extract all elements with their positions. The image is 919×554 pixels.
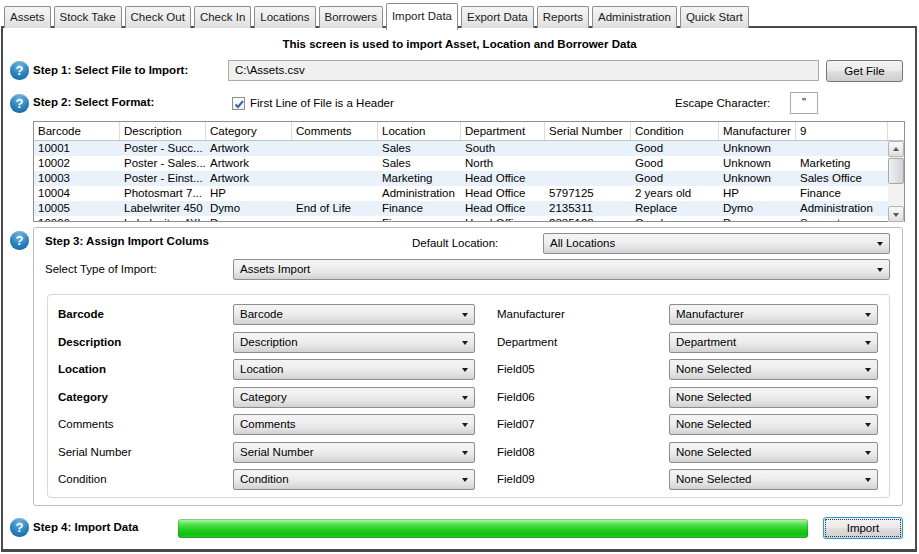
step3-help-icon[interactable]: ?: [10, 231, 29, 250]
grid-cell: HP: [206, 186, 292, 201]
step1-help-icon[interactable]: ?: [10, 61, 29, 80]
table-row[interactable]: 10006Labelwriter 4XLDymoFinanceHead Offi…: [34, 216, 888, 221]
column-header[interactable]: Condition: [631, 122, 719, 140]
step2-label: Step 2: Select Format:: [33, 96, 154, 108]
column-header[interactable]: Description: [120, 122, 206, 140]
chevron-down-icon: [865, 478, 871, 482]
field-dropdown-field05[interactable]: None Selected: [669, 359, 878, 380]
escape-character-input[interactable]: ": [790, 92, 818, 114]
field-label-serial-number: Serial Number: [58, 442, 132, 463]
grid-cell: Dymo: [206, 201, 292, 216]
grid-cell: Artwork: [206, 171, 292, 186]
field-label-field05: Field05: [497, 359, 535, 380]
column-header[interactable]: Category: [206, 122, 292, 140]
field-dropdown-field06[interactable]: None Selected: [669, 387, 878, 408]
field-dropdown-category[interactable]: Category: [233, 387, 475, 408]
tab-stock-take[interactable]: Stock Take: [54, 6, 122, 28]
grid-cell: Finance: [378, 216, 461, 221]
column-header[interactable]: Location: [378, 122, 461, 140]
default-location-dropdown[interactable]: All Locations: [543, 233, 890, 254]
field-label-comments: Comments: [58, 414, 114, 435]
table-row[interactable]: 10001Poster - Succ...ArtworkSalesSouthGo…: [34, 141, 888, 156]
field-dropdown-barcode[interactable]: Barcode: [233, 304, 475, 325]
grid-cell: Poster - Succ...: [120, 141, 206, 156]
field-dropdown-field09[interactable]: None Selected: [669, 469, 878, 490]
field-label-condition: Condition: [58, 469, 107, 490]
field-label-manufacturer: Manufacturer: [497, 304, 565, 325]
import-type-dropdown[interactable]: Assets Import: [233, 259, 890, 280]
screen-description: This screen is used to import Asset, Loc…: [0, 38, 919, 50]
field-dropdown-value: None Selected: [676, 443, 751, 462]
field-label-field07: Field07: [497, 414, 535, 435]
table-row[interactable]: 10002Poster - Sales...ArtworkSalesNorthG…: [34, 156, 888, 171]
field-dropdown-value: None Selected: [676, 470, 751, 489]
grid-cell: Sales: [378, 141, 461, 156]
field-dropdown-serial-number[interactable]: Serial Number: [233, 442, 475, 463]
grid-cell: [796, 141, 888, 156]
tab-administration[interactable]: Administration: [592, 6, 677, 28]
chevron-down-icon: [865, 451, 871, 455]
table-row[interactable]: 10003Poster - Einst...ArtworkMarketingHe…: [34, 171, 888, 186]
import-type-label: Select Type of Import:: [45, 263, 157, 275]
scrollbar-thumb[interactable]: [888, 158, 904, 184]
grid-cell: 2 years old: [631, 186, 719, 201]
column-header[interactable]: Department: [461, 122, 545, 140]
column-header[interactable]: Manufacturer: [719, 122, 796, 140]
table-row[interactable]: 10005Labelwriter 450DymoEnd of LifeFinan…: [34, 201, 888, 216]
field-dropdown-location[interactable]: Location: [233, 359, 475, 380]
grid-cell: [292, 216, 378, 221]
tab-assets[interactable]: Assets: [4, 6, 51, 28]
step2-help-icon[interactable]: ?: [10, 94, 29, 113]
grid-cell: Sales Office: [796, 171, 888, 186]
field-dropdown-field07[interactable]: None Selected: [669, 414, 878, 435]
grid-cell: Artwork: [206, 156, 292, 171]
tab-check-out[interactable]: Check Out: [125, 6, 191, 28]
grid-cell: Good: [631, 141, 719, 156]
field-dropdown-field08[interactable]: None Selected: [669, 442, 878, 463]
import-data-screen: AssetsStock TakeCheck OutCheck InLocatio…: [0, 0, 919, 554]
scroll-up-button[interactable]: [888, 141, 904, 157]
grid-cell: Marketing: [378, 171, 461, 186]
tab-quick-start[interactable]: Quick Start: [680, 6, 749, 28]
grid-cell: [292, 186, 378, 201]
column-header[interactable]: 9: [796, 122, 888, 140]
column-header[interactable]: Comments: [292, 122, 378, 140]
chevron-down-icon: [865, 341, 871, 345]
tab-check-in[interactable]: Check In: [194, 6, 251, 28]
tab-import-data[interactable]: Import Data: [386, 3, 458, 30]
grid-cell: Head Office: [461, 186, 545, 201]
field-dropdown-description[interactable]: Description: [233, 332, 475, 353]
tab-reports[interactable]: Reports: [537, 6, 589, 28]
tab-locations[interactable]: Locations: [254, 6, 315, 28]
file-path-input[interactable]: C:\Assets.csv: [228, 60, 819, 81]
field-dropdown-value: Barcode: [240, 305, 283, 324]
checkmark-icon: [233, 98, 246, 111]
get-file-button[interactable]: Get File: [826, 60, 903, 82]
grid-cell: Unknown: [719, 156, 796, 171]
grid-vertical-scrollbar[interactable]: [888, 141, 904, 222]
tab-borrowers[interactable]: Borrowers: [319, 6, 383, 28]
field-dropdown-manufacturer[interactable]: Manufacturer: [669, 304, 878, 325]
table-row[interactable]: 10004Photosmart 7...HPAdministrationHead…: [34, 186, 888, 201]
field-dropdown-comments[interactable]: Comments: [233, 414, 475, 435]
chevron-down-icon: [865, 396, 871, 400]
tab-export-data[interactable]: Export Data: [461, 6, 534, 28]
column-header[interactable]: Serial Number: [545, 122, 631, 140]
header-line-checkbox[interactable]: [232, 97, 245, 110]
scroll-down-button[interactable]: [888, 206, 904, 222]
grid-cell: Sales: [378, 156, 461, 171]
grid-cell: Head Office: [461, 171, 545, 186]
step4-help-icon[interactable]: ?: [10, 518, 29, 537]
field-dropdown-department[interactable]: Department: [669, 332, 878, 353]
chevron-down-icon: [865, 423, 871, 427]
grid-cell: Poster - Einst...: [120, 171, 206, 186]
grid-cell: Poster - Sales...: [120, 156, 206, 171]
field-dropdown-condition[interactable]: Condition: [233, 469, 475, 490]
import-button[interactable]: Import: [823, 517, 903, 539]
field-label-field08: Field08: [497, 442, 535, 463]
field-dropdown-value: None Selected: [676, 415, 751, 434]
grid-cell: Unknown: [719, 171, 796, 186]
grid-cell: 5797125: [545, 186, 631, 201]
grid-cell: End of Life: [292, 201, 378, 216]
column-header[interactable]: Barcode: [34, 122, 120, 140]
